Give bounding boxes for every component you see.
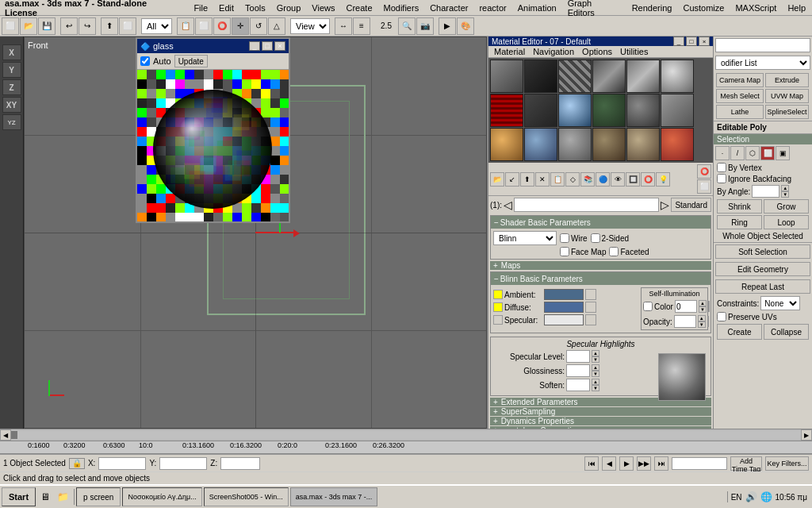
menu-character[interactable]: Character [425, 2, 473, 14]
opacity-input[interactable]: 80 [674, 315, 696, 328]
diffuse-lock-btn[interactable] [493, 302, 503, 312]
ignore-backfacing-checkbox[interactable] [717, 174, 726, 183]
create-btn[interactable]: Create [717, 324, 762, 340]
mat-copy-btn[interactable]: 📋 [550, 172, 565, 187]
taskbar-item-2[interactable]: Νοσοκομείο Αγ.Δημ... [122, 487, 201, 506]
redo-btn[interactable]: ↪ [79, 17, 96, 35]
self-illum-color-input[interactable]: 0 [675, 300, 697, 313]
axis-x[interactable]: X [2, 44, 21, 60]
align-btn[interactable]: ≡ [353, 17, 370, 35]
opacity-down[interactable]: ▼ [698, 321, 706, 328]
view-dropdown[interactable]: View [290, 18, 330, 34]
mat-slot-5[interactable] [626, 60, 660, 93]
menu-reactor[interactable]: reactor [474, 2, 511, 14]
mat-menu-options[interactable]: Options [578, 46, 616, 57]
network-icon[interactable]: 🌐 [760, 491, 772, 502]
mat-slot-14[interactable] [524, 128, 557, 161]
mat-menu-utilities[interactable]: Utilities [616, 46, 652, 57]
shader-type-dropdown[interactable]: Blinn [493, 231, 557, 245]
x-coord-input[interactable]: -110.315 [98, 457, 146, 470]
explorer-icon[interactable]: 📁 [55, 489, 71, 505]
z-coord-input[interactable]: 5.467 [220, 457, 260, 470]
mat-slot-7[interactable] [490, 94, 523, 127]
mat-slot-1[interactable] [490, 60, 523, 93]
edge-select-btn[interactable]: / [730, 146, 745, 160]
material-editor-btn[interactable]: 🎨 [457, 17, 474, 35]
mat-slot-17[interactable] [626, 128, 660, 161]
soften-input[interactable]: 0.1 [566, 379, 590, 391]
collapse-btn[interactable]: Collapse [764, 324, 809, 340]
wire-checkbox[interactable] [560, 233, 569, 243]
mat-close-btn[interactable]: × [699, 37, 710, 46]
menu-edit[interactable]: Edit [214, 2, 239, 14]
self-illum-color-down[interactable]: ▼ [699, 306, 707, 313]
timeline-bar[interactable] [11, 431, 801, 439]
glossiness-input[interactable]: 10 [566, 364, 590, 377]
add-time-tag-btn[interactable]: Add Time Tag [730, 456, 762, 471]
ring-btn[interactable]: Ring [717, 215, 762, 229]
loop-btn[interactable]: Loop [764, 215, 809, 229]
vertex-select-btn[interactable]: · [715, 146, 730, 160]
maps-section-header[interactable]: + Maps [490, 261, 711, 270]
self-illum-color-up[interactable]: ▲ [699, 300, 707, 306]
timeline-scroll-right[interactable]: ▶ [801, 429, 812, 441]
spec-level-input[interactable]: 0 [566, 350, 590, 363]
constraints-dropdown[interactable]: None [760, 296, 800, 310]
rotate-btn[interactable]: ↺ [250, 17, 267, 35]
current-time-input[interactable]: 0:0:0 / 0:40:0 [672, 457, 727, 470]
modifier-list-dropdown[interactable]: odifier List [715, 56, 810, 70]
all-dropdown[interactable]: All [141, 18, 172, 34]
border-select-btn[interactable]: ⬡ [745, 146, 760, 160]
soft-selection-btn[interactable]: Soft Selection [715, 244, 810, 259]
key-filters-btn[interactable]: Key Filters... [765, 456, 809, 471]
poly-select-btn[interactable]: ⬜ [760, 146, 775, 160]
next-frame-btn[interactable]: ▶▶ [637, 456, 651, 471]
element-select-btn[interactable]: ▣ [776, 146, 790, 160]
specular-color-swatch[interactable] [544, 314, 584, 325]
mat-navigate-right[interactable]: ▷ [661, 198, 669, 211]
ambient-lock-btn[interactable] [493, 290, 503, 299]
by-angle-down[interactable]: ▼ [781, 191, 789, 198]
mat-show-bg-btn[interactable]: 🔲 [626, 172, 640, 187]
mat-standard-btn[interactable]: Standard [671, 198, 711, 212]
self-illum-color-checkbox[interactable] [643, 302, 653, 311]
specular-map-btn[interactable] [585, 314, 596, 325]
menu-create[interactable]: Create [342, 2, 377, 14]
play-btn[interactable]: ▶ [619, 456, 634, 471]
menu-customize[interactable]: Customize [678, 2, 729, 14]
prev-frame-btn[interactable]: ◀ [602, 456, 616, 471]
spline-select-btn[interactable]: SplineSelect [765, 105, 809, 119]
two-sided-checkbox[interactable] [591, 233, 600, 243]
mat-assign-btn[interactable]: ⬆ [520, 172, 534, 187]
glass-maximize-btn[interactable]: □ [262, 41, 273, 51]
mat-unique-btn[interactable]: ◇ [565, 172, 580, 187]
mat-menu-material[interactable]: Material [490, 46, 529, 57]
by-angle-input[interactable]: 45.0 [752, 185, 779, 198]
select-btn[interactable]: ⬆ [101, 17, 118, 35]
mat-navigate-left[interactable]: ◁ [504, 198, 512, 211]
camera-map-btn[interactable]: Camera Map [716, 73, 764, 87]
grow-btn[interactable]: Grow [764, 199, 809, 214]
menu-views[interactable]: Views [307, 2, 339, 14]
mat-show-map-btn[interactable]: 👁 [611, 172, 625, 187]
select-region-btn[interactable]: ⬜ [119, 17, 136, 35]
mat-slot-8[interactable] [524, 94, 557, 127]
opacity-map[interactable] [707, 316, 709, 327]
soften-up[interactable]: ▲ [592, 379, 599, 385]
auto-checkbox[interactable] [140, 56, 150, 66]
soften-down[interactable]: ▼ [592, 385, 599, 391]
mat-put-to-scene-btn[interactable]: ↙ [505, 172, 519, 187]
mat-get-material-btn[interactable]: 📂 [490, 172, 504, 187]
uvw-map-btn[interactable]: UVW Map [765, 89, 809, 103]
mat-slot-11[interactable] [626, 94, 660, 127]
mesh-select-btn[interactable]: Mesh Select [716, 89, 764, 103]
mat-material-type-btn[interactable]: 🔵 [596, 172, 610, 187]
taskbar-item-4[interactable]: asa.max - 3ds max 7 -... [290, 487, 378, 506]
blinn-section-header[interactable]: − Blinn Basic Parameters [491, 272, 710, 285]
mat-sample-type-btn[interactable]: ⭕ [641, 172, 655, 187]
glossiness-up[interactable]: ▲ [592, 364, 599, 371]
mat-restore-btn[interactable]: □ [686, 37, 697, 46]
edit-geometry-btn[interactable]: Edit Geometry [715, 262, 810, 276]
axis-z[interactable]: Z [2, 79, 21, 95]
mat-reset-btn[interactable]: ✕ [535, 172, 550, 187]
